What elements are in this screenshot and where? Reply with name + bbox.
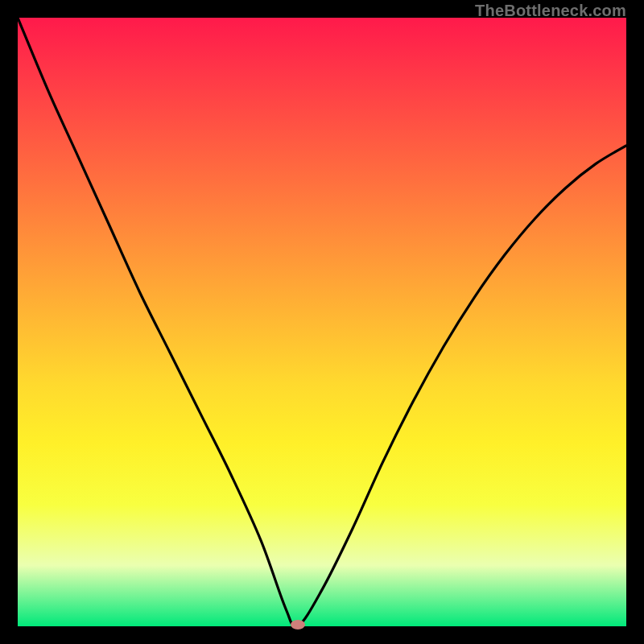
plot-area xyxy=(18,18,626,626)
watermark-text: TheBottleneck.com xyxy=(475,2,626,20)
chart-frame: TheBottleneck.com xyxy=(0,0,644,644)
bottleneck-curve xyxy=(18,18,626,626)
trough-marker xyxy=(291,620,305,630)
curve-path xyxy=(18,18,626,626)
